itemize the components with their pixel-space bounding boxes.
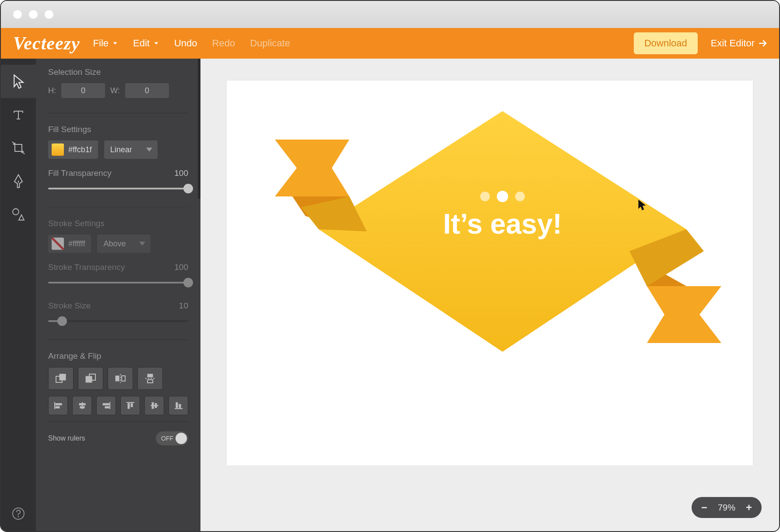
svg-rect-18	[131, 403, 133, 407]
tool-shapes[interactable]	[1, 198, 36, 231]
menu-undo[interactable]: Undo	[174, 38, 197, 49]
width-input[interactable]	[125, 83, 169, 98]
tool-select[interactable]	[1, 65, 36, 98]
cursor-icon	[12, 74, 25, 89]
stroke-position-select[interactable]: Above	[97, 234, 151, 253]
align-left-button[interactable]	[48, 396, 68, 415]
svg-rect-10	[148, 380, 153, 383]
mouse-cursor-icon	[636, 199, 648, 214]
align-center-v-button[interactable]	[144, 396, 164, 415]
fill-mode-value: Linear	[110, 145, 132, 154]
slider-thumb[interactable]	[183, 278, 193, 287]
zoom-out-button[interactable]: −	[701, 501, 707, 514]
rulers-toggle[interactable]: OFF	[156, 431, 188, 445]
pen-icon	[12, 174, 25, 189]
align-right-button[interactable]	[96, 396, 116, 415]
toggle-knob	[176, 433, 187, 444]
menu-file[interactable]: File	[93, 38, 118, 49]
menu-undo-label: Undo	[174, 38, 197, 49]
align-bottom-icon	[174, 401, 183, 410]
rulers-label: Show rulers	[48, 434, 85, 442]
svg-rect-14	[80, 406, 84, 408]
menu-duplicate[interactable]: Duplicate	[250, 38, 290, 49]
download-button[interactable]: Download	[634, 32, 698, 54]
window-titlebar	[1, 1, 779, 28]
svg-point-31	[480, 192, 490, 201]
fill-color-hex: #ffcb1f	[68, 145, 92, 154]
rulers-toggle-state: OFF	[161, 435, 173, 442]
svg-point-33	[515, 192, 525, 201]
bring-forward-icon	[55, 373, 67, 384]
brand-logo: Vecteezy	[13, 33, 80, 54]
tool-text[interactable]	[1, 98, 36, 131]
zoom-in-button[interactable]: +	[746, 501, 752, 514]
svg-point-32	[497, 191, 508, 202]
menu-file-label: File	[93, 38, 109, 49]
tool-crop[interactable]	[1, 131, 36, 164]
slider-thumb[interactable]	[183, 184, 193, 193]
bring-forward-button[interactable]	[48, 367, 74, 390]
app-body: Selection Size H: W: Fill Settings #ffcb…	[1, 59, 779, 531]
svg-rect-12	[56, 406, 60, 408]
fill-color-preview-icon	[52, 144, 64, 156]
fill-transparency-slider[interactable]	[48, 182, 188, 195]
svg-rect-8	[122, 376, 125, 381]
properties-panel: Selection Size H: W: Fill Settings #ffcb…	[36, 59, 200, 531]
arrange-flip-group: Arrange & Flip	[48, 340, 188, 415]
align-center-h-icon	[77, 401, 87, 410]
svg-rect-17	[128, 403, 130, 409]
stroke-size-slider[interactable]	[48, 315, 188, 327]
align-center-h-button[interactable]	[72, 396, 92, 415]
window-control-maximize[interactable]	[45, 10, 53, 19]
align-center-v-icon	[150, 401, 159, 410]
stroke-transparency-slider[interactable]	[48, 276, 188, 289]
flip-horizontal-icon	[114, 373, 126, 384]
artwork-text: It’s easy!	[443, 208, 562, 240]
svg-marker-23	[275, 140, 349, 196]
svg-rect-6	[86, 376, 92, 382]
stroke-transparency-value: 100	[174, 262, 188, 272]
send-backward-button[interactable]	[78, 367, 103, 390]
zoom-control: − 79% +	[692, 497, 762, 518]
flip-horizontal-button[interactable]	[108, 367, 133, 390]
window-control-minimize[interactable]	[29, 10, 38, 19]
canvas-area: It’s easy! − 79% +	[200, 59, 779, 531]
flip-vertical-button[interactable]	[137, 367, 163, 390]
artwork[interactable]: It’s easy!	[266, 98, 730, 369]
arrange-flip-label: Arrange & Flip	[48, 351, 188, 361]
selection-size-label: Selection Size	[48, 67, 188, 77]
menu-edit[interactable]: Edit	[133, 38, 159, 49]
slider-thumb[interactable]	[57, 316, 67, 326]
svg-rect-22	[179, 404, 181, 408]
fill-mode-select[interactable]: Linear	[104, 140, 158, 159]
svg-rect-19	[152, 402, 154, 409]
align-bottom-button[interactable]	[169, 396, 188, 415]
stroke-color-swatch[interactable]: #ffffff	[48, 234, 91, 253]
stroke-settings-label: Stroke Settings	[48, 219, 188, 228]
align-left-icon	[53, 401, 63, 410]
chevron-down-icon	[153, 40, 159, 46]
svg-rect-16	[105, 406, 109, 408]
menu-redo[interactable]: Redo	[212, 38, 235, 49]
canvas[interactable]: It’s easy!	[227, 80, 753, 466]
tool-pen[interactable]	[1, 164, 36, 198]
fill-color-swatch[interactable]: #ffcb1f	[48, 140, 98, 159]
text-icon	[11, 108, 25, 122]
arrow-right-icon	[759, 40, 767, 47]
send-backward-icon	[84, 373, 97, 384]
svg-rect-15	[103, 403, 109, 405]
main-menu: File Edit Undo Redo Duplicate	[93, 38, 290, 49]
help-icon	[12, 507, 25, 520]
fill-settings-group: Fill Settings #ffcb1f Linear Fill Transp…	[48, 113, 188, 195]
height-input[interactable]	[61, 83, 105, 98]
stroke-position-value: Above	[103, 239, 126, 248]
app-header: Vecteezy File Edit Undo Redo Duplicate D…	[1, 28, 779, 59]
help-button[interactable]	[1, 496, 36, 531]
svg-rect-7	[116, 376, 119, 381]
fill-transparency-value: 100	[174, 168, 188, 178]
window-control-close[interactable]	[13, 10, 22, 19]
align-top-button[interactable]	[120, 396, 140, 415]
exit-editor-label: Exit Editor	[711, 38, 755, 49]
svg-rect-9	[148, 374, 153, 377]
exit-editor-button[interactable]: Exit Editor	[711, 38, 767, 49]
